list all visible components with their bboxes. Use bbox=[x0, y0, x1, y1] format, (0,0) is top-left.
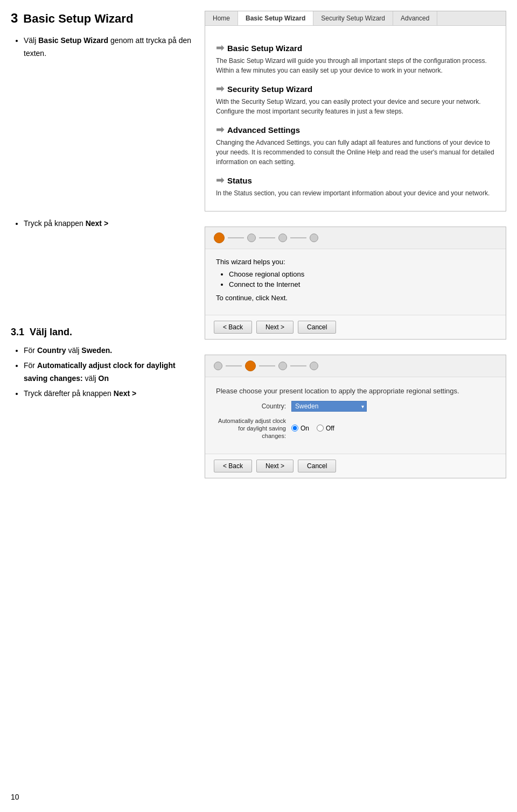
bw-heading-status: ➡ Status bbox=[216, 174, 495, 186]
next-bullet-list: Tryck på knappen Next > bbox=[11, 217, 194, 230]
wizard-steps-1 bbox=[205, 227, 506, 249]
bullet-auto-adjust: För Automatically adjust clock for dayli… bbox=[24, 359, 194, 385]
auto-adjust-row: Automatically adjust clock for daylight … bbox=[216, 417, 495, 440]
wizard-inner-1: This wizard helps you: Choose regional o… bbox=[205, 249, 506, 315]
step-4-indicator-b bbox=[310, 362, 318, 370]
wizard-bullet-list: Choose regional options Connect to the I… bbox=[216, 270, 495, 288]
bw-heading-basic: ➡ Basic Setup Wizard bbox=[216, 42, 495, 54]
page-number: 10 bbox=[11, 793, 19, 801]
step-dash-3 bbox=[290, 237, 306, 238]
arrow-icon-1: ➡ bbox=[216, 42, 224, 54]
right-column: Home Basic Setup Wizard Security Setup W… bbox=[205, 11, 506, 801]
next-button-2[interactable]: Next > bbox=[256, 460, 294, 472]
step-dash-2b bbox=[259, 365, 275, 366]
step-3-indicator bbox=[278, 234, 287, 242]
back-button-1[interactable]: < Back bbox=[214, 321, 252, 334]
radio-off[interactable] bbox=[317, 425, 324, 432]
bw-text-security: With the Security Setup Wizard, you can … bbox=[216, 97, 495, 116]
browser-screenshot-2: This wizard helps you: Choose regional o… bbox=[205, 227, 506, 340]
step-dash-2 bbox=[259, 237, 275, 238]
bw-text-status: In the Status section, you can review im… bbox=[216, 188, 495, 198]
section-3-1-heading: 3.1 Välj land. bbox=[11, 327, 194, 338]
bw-text-advanced: Changing the Advanced Settings, you can … bbox=[216, 138, 495, 167]
browser-content-1: ➡ Basic Setup Wizard The Basic Setup Wiz… bbox=[205, 26, 506, 211]
radio-on-text: On bbox=[301, 425, 309, 432]
step-2-indicator-b bbox=[245, 361, 256, 371]
step-dash-3b bbox=[290, 365, 306, 366]
bw-text-basic: The Basic Setup Wizard will guide you th… bbox=[216, 56, 495, 75]
location-info: Please choose your present location to a… bbox=[216, 386, 495, 397]
step-4-indicator bbox=[310, 234, 318, 242]
step-3-indicator-b bbox=[278, 362, 287, 370]
section-heading: 3 Basic Setup Wizard bbox=[11, 11, 194, 26]
step-1-indicator bbox=[214, 232, 225, 243]
bold-next: Next > bbox=[86, 219, 108, 228]
tab-security-setup[interactable]: Security Setup Wizard bbox=[313, 11, 393, 25]
wizard-intro-text: This wizard helps you: bbox=[216, 258, 495, 266]
country-row: Country: Sweden bbox=[216, 401, 495, 412]
tab-basic-setup[interactable]: Basic Setup Wizard bbox=[238, 11, 313, 25]
bw-title-advanced: Advanced Settings bbox=[227, 125, 300, 135]
bold-country-label: Country bbox=[37, 346, 66, 355]
intro-bullet-1: Välj Basic Setup Wizard genom att trycka… bbox=[24, 34, 194, 60]
wizard-steps-2 bbox=[205, 355, 506, 377]
tab-home[interactable]: Home bbox=[205, 11, 238, 25]
bold-basic: Basic Setup Wizard bbox=[38, 36, 108, 45]
left-column: 3 Basic Setup Wizard Välj Basic Setup Wi… bbox=[11, 11, 194, 801]
wizard-buttons-1: < Back Next > Cancel bbox=[205, 315, 506, 339]
bullet-tryck: Tryck därefter på knappen Next > bbox=[24, 387, 194, 400]
next-bullet: Tryck på knappen Next > bbox=[24, 217, 194, 230]
step-dash-1 bbox=[228, 237, 244, 238]
wizard-bullet-2: Connect to the Internet bbox=[229, 280, 495, 288]
browser-nav-1: Home Basic Setup Wizard Security Setup W… bbox=[205, 11, 506, 26]
step-1-indicator-b bbox=[214, 362, 222, 370]
subsection-number: 3.1 bbox=[11, 327, 24, 337]
wizard-continue-text: To continue, click Next. bbox=[216, 294, 495, 302]
bw-heading-advanced: ➡ Advanced Settings bbox=[216, 124, 495, 136]
subsection-title: Välj land. bbox=[30, 327, 72, 337]
browser-screenshot-3: Please choose your present location to a… bbox=[205, 355, 506, 478]
browser-screenshot-1: Home Basic Setup Wizard Security Setup W… bbox=[205, 11, 506, 211]
wizard-inner-2: Please choose your present location to a… bbox=[205, 377, 506, 454]
radio-group-on-off: On Off bbox=[291, 425, 334, 432]
arrow-icon-3: ➡ bbox=[216, 124, 224, 136]
cancel-button-1[interactable]: Cancel bbox=[298, 321, 336, 334]
bold-on: On bbox=[99, 374, 109, 383]
country-select-wrapper[interactable]: Sweden bbox=[291, 401, 367, 412]
section-title: Basic Setup Wizard bbox=[23, 12, 133, 26]
arrow-icon-2: ➡ bbox=[216, 83, 224, 95]
bw-title-security: Security Setup Wizard bbox=[227, 84, 312, 94]
step-2-indicator bbox=[247, 234, 256, 242]
arrow-icon-4: ➡ bbox=[216, 174, 224, 186]
bold-sweden: Sweden. bbox=[81, 346, 112, 355]
bw-title-basic: Basic Setup Wizard bbox=[227, 44, 302, 53]
wizard-buttons-2: < Back Next > Cancel bbox=[205, 454, 506, 478]
next-button-1[interactable]: Next > bbox=[256, 321, 294, 334]
bullet-country: För Country välj Sweden. bbox=[24, 344, 194, 357]
bold-next-2: Next > bbox=[114, 389, 136, 398]
radio-off-label[interactable]: Off bbox=[317, 425, 334, 432]
country-select[interactable]: Sweden bbox=[291, 401, 367, 412]
bw-title-status: Status bbox=[227, 176, 252, 185]
section-3-1-bullets: För Country välj Sweden. För Automatical… bbox=[11, 344, 194, 400]
radio-off-text: Off bbox=[326, 425, 334, 432]
cancel-button-2[interactable]: Cancel bbox=[298, 460, 336, 472]
country-label: Country: bbox=[216, 403, 286, 410]
back-button-2[interactable]: < Back bbox=[214, 460, 252, 472]
wizard-bullet-1: Choose regional options bbox=[229, 270, 495, 278]
auto-adjust-label: Automatically adjust clock for daylight … bbox=[216, 417, 286, 440]
intro-bullets: Välj Basic Setup Wizard genom att trycka… bbox=[11, 34, 194, 60]
radio-on[interactable] bbox=[291, 425, 298, 432]
radio-on-label[interactable]: On bbox=[291, 425, 309, 432]
tab-advanced[interactable]: Advanced bbox=[393, 11, 437, 25]
section-number: 3 bbox=[11, 11, 18, 26]
bw-heading-security: ➡ Security Setup Wizard bbox=[216, 83, 495, 95]
step-dash-1b bbox=[226, 365, 242, 366]
